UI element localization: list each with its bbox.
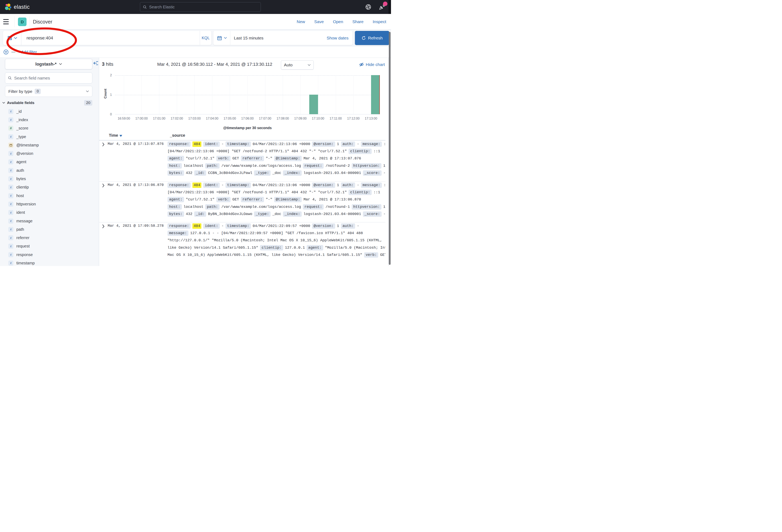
field-name-badge: path: [205, 163, 219, 168]
field-value: Mar 4, 2021 @ 17:13:06.870 [304, 197, 361, 202]
page-scrollbar[interactable] [389, 32, 391, 265]
field-value: logstash-2021.03.04-000001 [304, 212, 361, 216]
field-item-timestamp[interactable]: ttimestamp [0, 259, 99, 266]
global-search-input[interactable]: Search Elastic [140, 2, 261, 12]
global-header: elastic Search Elastic [0, 0, 391, 14]
field-name-badge: verb: [216, 197, 231, 202]
field-value: - [357, 224, 359, 228]
field-item-@timestamp[interactable]: @timestamp [0, 141, 99, 149]
doc-table-header: Time _source [99, 133, 385, 141]
histogram-bar-17:13:00[interactable] [371, 75, 380, 114]
field-value: ::1 - - [384, 142, 385, 146]
interval-value: Auto [284, 63, 292, 67]
field-value: - [221, 224, 224, 228]
doc-time: Mar 4, 2021 @ 17:13:07.876 [108, 142, 164, 146]
field-item-ident[interactable]: tident [0, 208, 99, 217]
whats-new-button[interactable] [379, 4, 386, 10]
field-item-host[interactable]: thost [0, 191, 99, 200]
query-language-button[interactable]: KQL [200, 31, 211, 45]
field-item-bytes[interactable]: tbytes [0, 175, 99, 183]
x-axis-ticks: 16:59:0017:00:0017:01:0017:02:0017:03:00… [115, 117, 380, 121]
field-name-badge: ident: [203, 223, 220, 229]
field-item-httpversion[interactable]: thttpversion [0, 200, 99, 208]
chevron-down-icon [86, 90, 89, 92]
show-dates-link[interactable]: Show dates [327, 36, 349, 40]
refresh-label: Refresh [368, 36, 383, 40]
query-input[interactable]: response:404 KQL [3, 31, 211, 45]
field-item-auth[interactable]: tauth [0, 166, 99, 175]
query-text[interactable]: response:404 [21, 31, 200, 45]
field-item-message[interactable]: tmessage [0, 217, 99, 225]
page-title: Discover [33, 14, 52, 30]
time-range-value[interactable]: Last 15 minutes [234, 36, 263, 40]
field-item-clientip[interactable]: tclientip [0, 183, 99, 191]
add-filter-link[interactable]: + Add filter [18, 50, 37, 54]
text-field-icon: t [8, 235, 13, 240]
field-name-badge: agent: [307, 245, 323, 251]
field-value: - [383, 171, 385, 175]
expand-row-icon[interactable] [102, 184, 105, 188]
elastic-logo[interactable]: elastic [4, 3, 30, 10]
field-item-referrer[interactable]: treferrer [0, 233, 99, 242]
histogram-bar-17:09:30[interactable] [309, 94, 318, 114]
filter-bar: + Add filter [0, 46, 391, 58]
field-value: logstash-2021.03.04-000001 [304, 171, 361, 175]
x-tick-label: 17:06:00 [241, 117, 254, 120]
nav-link-inspect[interactable]: Inspect [372, 19, 386, 24]
field-item-response[interactable]: tresponse [0, 251, 99, 259]
filter-icon[interactable] [3, 49, 9, 55]
column-header-time[interactable]: Time [109, 133, 122, 138]
field-value: "http://127.0.0.1/" "Mozilla/5.0 (Macint… [168, 238, 382, 242]
column-header-source: _source [170, 133, 185, 138]
field-name-badge: verb: [216, 156, 231, 161]
field-item-_type[interactable]: t_type [0, 132, 99, 141]
field-item-request[interactable]: trequest [0, 242, 99, 251]
x-tick-label: 17:03:00 [188, 117, 201, 120]
nav-link-share[interactable]: Share [352, 19, 363, 24]
field-value: /notfound-2 [325, 164, 350, 168]
interval-select[interactable]: Auto [281, 61, 314, 70]
field-value: GET [232, 197, 239, 202]
field-name-badge: message: [361, 183, 382, 188]
field-item-agent[interactable]: tagent [0, 158, 99, 166]
expand-row-icon[interactable] [102, 224, 105, 228]
saved-query-menu-button[interactable] [3, 31, 21, 45]
field-value: 1.1 [383, 164, 385, 168]
nav-link-save[interactable]: Save [314, 19, 324, 24]
field-search-input[interactable]: Search field names [5, 73, 92, 83]
menu-icon[interactable] [3, 19, 9, 24]
discover-app-tile[interactable]: D [18, 17, 27, 26]
doc-table-rows: Mar 4, 2021 @ 17:13:07.876response:404id… [99, 141, 385, 266]
field-name-badge: request: [303, 163, 324, 168]
field-value: /notfound-1 [325, 205, 350, 209]
field-name-badge: @version: [312, 223, 335, 229]
nav-link-new[interactable]: New [297, 19, 305, 24]
hide-chart-link[interactable]: Hide chart [359, 62, 385, 67]
field-item-_score[interactable]: #_score [0, 124, 99, 132]
expand-row-icon[interactable] [102, 143, 105, 146]
field-label: _index [16, 118, 28, 122]
field-name-badge: message: [361, 142, 382, 147]
field-value: /var/www/example.com/logs/access.log [221, 164, 301, 168]
field-value: 432 [186, 212, 192, 216]
nav-link-open[interactable]: Open [333, 19, 343, 24]
help-icon[interactable] [365, 4, 371, 10]
field-item-_id[interactable]: t_id [0, 107, 99, 116]
available-fields-header[interactable]: Available fields 20 [2, 100, 97, 106]
text-field-icon: t [8, 168, 13, 173]
refresh-button[interactable]: Refresh [355, 31, 389, 45]
collapse-sidebar-icon[interactable] [93, 61, 99, 66]
field-item-path[interactable]: tpath [0, 225, 99, 233]
index-pattern-picker[interactable]: logstash-* [5, 59, 92, 69]
field-name-badge: request: [303, 204, 324, 210]
field-name-badge: _type: [254, 170, 271, 176]
time-picker[interactable]: Last 15 minutes Show dates [213, 31, 353, 45]
field-value: [04/Mar/2021:22:13:06 +0000] "GET /notfo… [168, 149, 347, 153]
field-item-_index[interactable]: t_index [0, 116, 99, 124]
filter-by-type-dropdown[interactable]: Filter by type 0 [5, 86, 92, 97]
notification-dot [383, 2, 387, 6]
elastic-logo-icon [4, 3, 11, 10]
sort-desc-icon[interactable] [119, 135, 122, 137]
filter-by-type-label: Filter by type [8, 89, 32, 94]
field-item-@version[interactable]: t@version [0, 149, 99, 158]
